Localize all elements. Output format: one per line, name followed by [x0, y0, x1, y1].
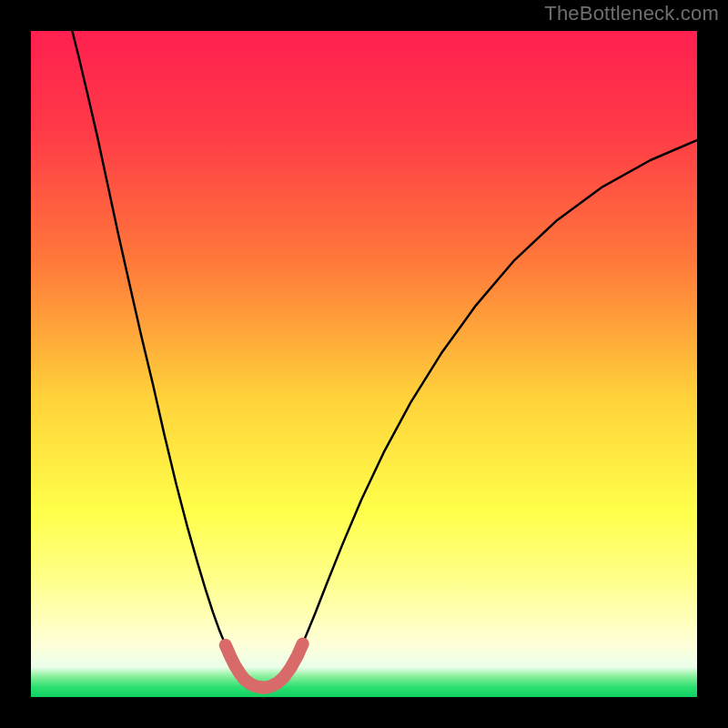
bottleneck-chart [31, 31, 697, 697]
chart-frame: TheBottleneck.com [0, 0, 728, 728]
gradient-background [31, 31, 697, 697]
watermark-text: TheBottleneck.com [544, 2, 719, 25]
